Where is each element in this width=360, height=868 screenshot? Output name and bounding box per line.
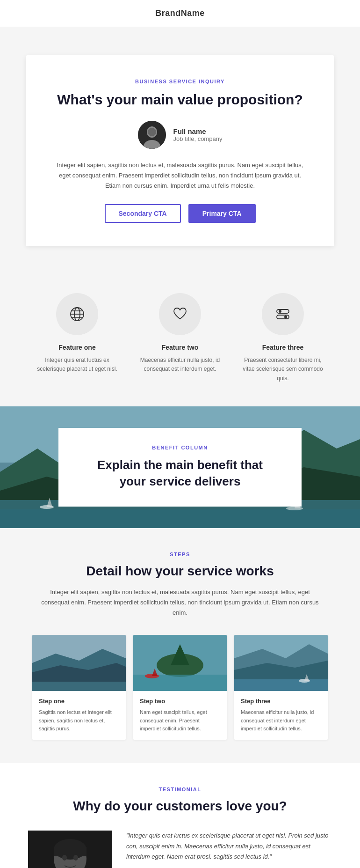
- step-card-3: Step three Maecenas efficitur nulla just…: [234, 635, 328, 740]
- brand-name: BrandName: [155, 8, 205, 18]
- svg-rect-36: [234, 679, 328, 691]
- steps-section: STEPS Detail how your service works Inte…: [0, 528, 360, 763]
- step-content-1: Step one Sagittis non lectus et Integer …: [32, 691, 126, 740]
- feature-desc-1: Integer quis erat luctus ex scelerisque …: [35, 356, 119, 374]
- profile-row: Full name Job title, company: [54, 121, 306, 149]
- step-content-3: Step three Maecenas efficitur nulla just…: [234, 691, 328, 740]
- feature-title-1: Feature one: [35, 344, 119, 351]
- hero-section: BUSINESS SERVICE INQUIRY What's your mai…: [26, 55, 334, 246]
- feature-icon-globe: [56, 293, 98, 335]
- step-image-3: [234, 635, 328, 691]
- feature-item: Feature one Integer quis erat luctus ex …: [35, 293, 119, 383]
- hero-body: Integer elit sapien, sagittis non lectus…: [54, 160, 306, 191]
- testimonial-photo: [28, 831, 112, 868]
- step-card-2: Step two Nam eget suscipit tellus, eget …: [133, 635, 227, 740]
- svg-rect-10: [277, 315, 289, 319]
- svg-rect-18: [0, 509, 360, 528]
- benefit-label: BENEFIT COLUMN: [86, 445, 274, 450]
- benefit-title: Explain the main benefit that your servi…: [86, 457, 274, 490]
- profile-info: Full name Job title, company: [173, 127, 223, 142]
- step-desc-1: Sagittis non lectus et Integer elit sapi…: [39, 708, 119, 733]
- profile-title: Job title, company: [173, 135, 223, 142]
- feature-item: Feature two Maecenas efficitur nulla jus…: [138, 293, 222, 383]
- avatar: [138, 121, 166, 149]
- svg-rect-26: [32, 682, 126, 691]
- steps-label: STEPS: [28, 552, 332, 557]
- svg-point-3: [148, 128, 156, 136]
- step-title-2: Step two: [140, 698, 220, 705]
- feature-icon-sliders: [262, 293, 304, 335]
- features-grid: Feature one Integer quis erat luctus ex …: [28, 293, 332, 383]
- steps-title: Detail how your service works: [28, 564, 332, 579]
- step-image-2: [133, 635, 227, 691]
- svg-rect-9: [277, 309, 289, 313]
- site-header: BrandName: [0, 0, 360, 27]
- steps-grid: Step one Sagittis non lectus et Integer …: [28, 635, 332, 740]
- step-desc-3: Maecenas efficitur nulla justo, id conse…: [241, 708, 321, 733]
- feature-item: Feature three Praesent consectetur liber…: [241, 293, 325, 383]
- hero-label: BUSINESS SERVICE INQUIRY: [54, 79, 306, 84]
- feature-desc-2: Maecenas efficitur nulla justo, id conse…: [138, 356, 222, 374]
- benefit-banner: BENEFIT COLUMN Explain the main benefit …: [0, 406, 360, 528]
- profile-name: Full name: [173, 127, 223, 135]
- feature-icon-heart: [159, 293, 201, 335]
- testimonial-label: TESTIMONIAL: [28, 787, 332, 792]
- testimonial-quote: "Integer quis erat luctus ex scelerisque…: [126, 831, 332, 862]
- testimonial-row: "Integer quis erat luctus ex scelerisque…: [28, 831, 332, 868]
- step-title-1: Step one: [39, 698, 119, 705]
- hero-cta-row: Secondary CTA Primary CTA: [54, 204, 306, 223]
- testimonial-title: Why do your customers love you?: [28, 799, 332, 814]
- step-card-1: Step one Sagittis non lectus et Integer …: [32, 635, 126, 740]
- step-content-2: Step two Nam eget suscipit tellus, eget …: [133, 691, 227, 740]
- svg-point-45: [73, 855, 78, 861]
- step-image-1: [32, 635, 126, 691]
- svg-point-44: [62, 855, 67, 861]
- svg-point-11: [279, 310, 281, 313]
- svg-point-12: [284, 316, 287, 318]
- hero-secondary-cta[interactable]: Secondary CTA: [105, 204, 181, 223]
- feature-title-3: Feature three: [241, 344, 325, 351]
- features-section: Feature one Integer quis erat luctus ex …: [0, 274, 360, 406]
- feature-desc-3: Praesent consectetur libero mi, vitae sc…: [241, 356, 325, 383]
- testimonial-content: "Integer quis erat luctus ex scelerisque…: [126, 831, 332, 868]
- step-desc-2: Nam eget suscipit tellus, eget consequat…: [140, 708, 220, 733]
- steps-intro: Integer elit sapien, sagittis non lectus…: [40, 587, 320, 618]
- benefit-card: BENEFIT COLUMN Explain the main benefit …: [58, 428, 302, 507]
- step-title-3: Step three: [241, 698, 321, 705]
- testimonial-section: TESTIMONIAL Why do your customers love y…: [0, 763, 360, 868]
- feature-title-2: Feature two: [138, 344, 222, 351]
- hero-primary-cta[interactable]: Primary CTA: [188, 204, 256, 223]
- svg-rect-43: [54, 847, 86, 856]
- hero-title: What's your main value proposition?: [54, 92, 306, 108]
